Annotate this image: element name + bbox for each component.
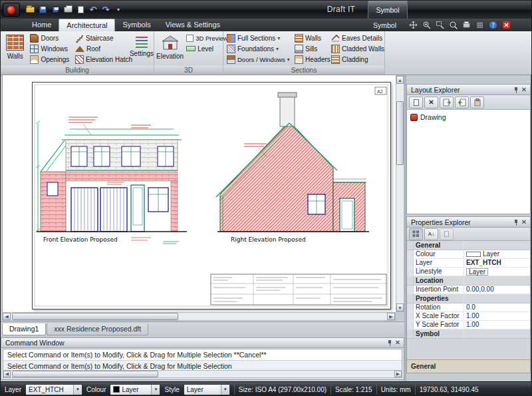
redo-button[interactable]: ↷	[100, 4, 112, 15]
windows-button[interactable]: Windows	[29, 43, 72, 54]
colour-dropdown[interactable]: Layer ▾	[110, 384, 160, 395]
command-window-header[interactable]: Command Window ✕	[1, 338, 404, 348]
property-category[interactable]: Symbol	[407, 329, 530, 339]
property-row-x-scale[interactable]: X Scale Factor1.00	[407, 312, 530, 321]
tab-architectural[interactable]: Architectural	[59, 19, 115, 31]
level-button[interactable]: Level	[185, 43, 222, 54]
help-button[interactable]: ?	[487, 20, 499, 30]
settings-button[interactable]: Settings	[131, 33, 152, 65]
close-icon[interactable]: ✕	[520, 86, 528, 94]
sort-alphabetical-button[interactable]: A↓	[424, 228, 438, 240]
horizontal-scrollbar[interactable]: ◀ ▶	[2, 312, 396, 321]
property-row-colour[interactable]: ColourLayer	[407, 250, 530, 259]
property-category[interactable]: General	[407, 241, 530, 250]
doc-tab-residence[interactable]: xxx Residence Proposed.dft	[47, 323, 148, 335]
tab-symbols[interactable]: Symbols	[115, 19, 158, 31]
horizontal-scroll-thumb[interactable]	[12, 313, 178, 320]
command-scroll-thumb[interactable]	[12, 371, 158, 377]
scroll-right-arrow[interactable]: ▶	[387, 313, 395, 320]
title-block[interactable]	[211, 274, 386, 305]
front-elevation[interactable]: Front Elevation Proposed	[36, 117, 187, 244]
scroll-down-arrow[interactable]: ▼	[396, 303, 404, 311]
pin-icon[interactable]	[386, 339, 394, 347]
style-dropdown[interactable]: Layer ▾	[184, 384, 230, 395]
paste-layout-button[interactable]	[470, 97, 484, 108]
print-preview-button[interactable]	[461, 20, 472, 30]
new-layout-button[interactable]	[409, 97, 423, 108]
import-layout-button[interactable]	[440, 97, 454, 108]
chevron-down-icon: ▾	[276, 46, 279, 52]
full-sections-button[interactable]: Full Sections▾	[225, 33, 292, 43]
zoom-in-button[interactable]	[421, 20, 432, 30]
elevation-hatch-button[interactable]: Elevation Hatch	[74, 54, 130, 65]
doc-tab-drawing1[interactable]: Drawing1	[2, 323, 46, 335]
print-button[interactable]	[62, 4, 74, 15]
scroll-left-arrow[interactable]: ◀	[3, 313, 11, 320]
layout-item-drawing[interactable]: Drawing	[409, 112, 528, 122]
property-row-layer[interactable]: LayerEXT_HTCH	[407, 259, 530, 268]
layer-dropdown[interactable]: EXT_HTCH ▾	[25, 384, 82, 395]
tab-home[interactable]: Home	[25, 19, 59, 31]
drawing-canvas[interactable]: A2	[33, 83, 390, 309]
elevation-button[interactable]: Elevation	[156, 33, 184, 65]
headers-button[interactable]: Headers	[293, 54, 329, 65]
cladded-walls-button[interactable]: Cladded Walls	[330, 43, 383, 54]
property-category[interactable]: Properties	[407, 294, 530, 303]
property-row-y-scale[interactable]: Y Scale Factor1.00	[407, 321, 530, 329]
context-tab-group[interactable]: Symbol	[368, 1, 408, 19]
openings-button[interactable]: Openings	[29, 54, 72, 65]
right-elevation[interactable]: Right Elevation Proposed	[216, 93, 369, 243]
undo-button[interactable]: ↶	[87, 4, 99, 15]
staircase-button[interactable]: Staircase	[74, 33, 130, 43]
roof-button[interactable]: Roof	[74, 43, 130, 54]
sections-walls-button[interactable]: Walls	[293, 33, 329, 43]
delete-layout-button[interactable]: ✕	[424, 97, 438, 108]
zoom-window-button[interactable]	[434, 20, 446, 30]
context-tab-symbol[interactable]: Symbol	[373, 21, 396, 29]
quick-access-dropdown[interactable]: ▾	[112, 4, 124, 15]
properties-explorer-header[interactable]: Properties Explorer ✕	[407, 217, 530, 228]
open-button[interactable]	[24, 4, 36, 15]
categorized-button[interactable]	[409, 228, 423, 240]
property-row-rotation[interactable]: Rotation0.0	[407, 303, 530, 312]
app-menu-button[interactable]	[3, 3, 20, 17]
doors-button[interactable]: Doors	[29, 33, 72, 43]
export-layout-button[interactable]	[455, 97, 469, 108]
foundations-button[interactable]: Foundations▾	[225, 43, 292, 54]
preview-3d-checkbox[interactable]: 3D Preview	[185, 33, 222, 43]
pan-button[interactable]	[408, 20, 419, 30]
sections-doors-windows-button[interactable]: Doors / Windows▾	[225, 54, 292, 65]
vertical-scrollbar[interactable]: ▲ ▼	[396, 75, 404, 312]
scroll-up-arrow[interactable]: ▲	[396, 76, 404, 84]
scroll-left-arrow[interactable]: ◀	[3, 371, 11, 377]
tab-views-settings[interactable]: Views & Settings	[158, 19, 227, 31]
walls-button[interactable]: Walls	[3, 33, 27, 65]
exit-button[interactable]	[501, 20, 512, 30]
drawing-viewport[interactable]: A2	[2, 75, 396, 312]
save-button[interactable]	[37, 4, 49, 15]
eaves-details-button[interactable]: Eaves Details	[330, 33, 383, 43]
pin-icon[interactable]	[512, 218, 520, 226]
command-history[interactable]: Select Command or Item(s) to Modify, Cli…	[3, 349, 402, 371]
pin-icon[interactable]	[512, 86, 520, 94]
property-pages-button[interactable]	[440, 228, 454, 240]
scroll-right-arrow[interactable]: ▶	[394, 371, 402, 377]
save-all-button[interactable]	[49, 4, 61, 15]
property-row-insertion-point[interactable]: Insertion Point0.00,0.00	[407, 286, 530, 294]
full-sections-label: Full Sections	[237, 35, 275, 42]
zoom-extents-button[interactable]	[448, 20, 459, 30]
layout-explorer-header[interactable]: Layout Explorer ✕	[407, 85, 530, 95]
drawing-sheet[interactable]: A2	[32, 82, 391, 309]
sills-button[interactable]: Sills	[293, 43, 329, 54]
property-value: 1.00	[466, 312, 479, 320]
new-page-button[interactable]	[74, 4, 86, 15]
vertical-scroll-thumb[interactable]	[396, 101, 404, 165]
property-row-linestyle[interactable]: LinestyleLayer	[407, 268, 530, 276]
grid-settings-button[interactable]	[474, 20, 485, 30]
command-scrollbar[interactable]: ◀ ▶	[3, 370, 402, 378]
cladding-button[interactable]: Cladding	[330, 54, 383, 65]
property-category[interactable]: Location	[407, 276, 530, 286]
undo-icon: ↶	[90, 5, 97, 14]
close-icon[interactable]: ✕	[394, 339, 402, 347]
close-icon[interactable]: ✕	[520, 218, 528, 226]
